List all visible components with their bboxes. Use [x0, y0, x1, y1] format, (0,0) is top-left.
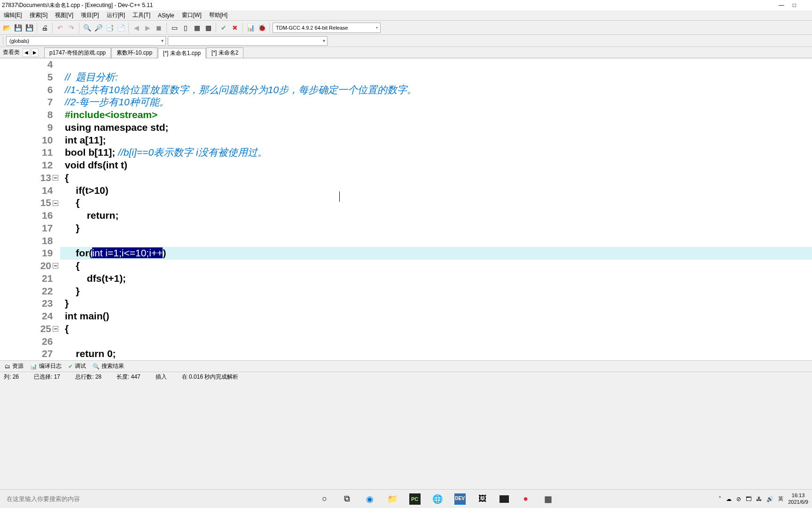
fold-icon[interactable]: − [53, 326, 58, 332]
find-icon[interactable]: 🔍 [82, 23, 92, 32]
tray-clock[interactable]: 16:13 2021/6/9 [788, 492, 808, 505]
undo-icon[interactable]: ↶ [55, 23, 65, 32]
main-toolbar: 📂 💾 💾 🖨 ↶ ↷ 🔍 🔎 📑 📄 ◀ ▶ ◼ ▭ ▯ ▦ ▩ ✔ ✖ 📊 … [0, 21, 812, 35]
menu-edit[interactable]: 编辑[E] [0, 11, 26, 19]
tray-battery-icon[interactable]: 🗔 [746, 496, 751, 502]
taskview-icon[interactable]: ⧉ [342, 493, 353, 505]
line-gutter: 4 5 6 7 8 9 10 11 12 13− 14 15− 16 17 18… [0, 58, 60, 360]
replace-icon[interactable]: 🔎 [94, 23, 103, 32]
tray-volume-icon[interactable]: 🔊 [766, 496, 773, 502]
menu-run[interactable]: 运行[R] [103, 11, 129, 19]
secondary-toolbar: (globals) [0, 35, 812, 47]
code-line: { [60, 260, 812, 272]
status-parse: 在 0.016 秒内完成解析 [182, 373, 239, 381]
title-bar: 27837\Documents\未命名1.cpp - [Executing] -… [0, 0, 812, 10]
cortana-icon[interactable]: ○ [319, 493, 330, 505]
windows-taskbar: ○ ⧉ ◉ 📁 PC 🌐 DEV 🖼 ● ▦ ˄ ☁ ⊘ 🗔 🖧 🔊 英 16:… [0, 489, 812, 508]
stack-icon: 🗂 [5, 363, 10, 370]
code-line: dfs(t+1); [60, 272, 812, 285]
code-line: //1-总共有10给位置放置数字，那么问题就分为10步，每步确定一个位置的数字。 [60, 84, 812, 96]
status-length: 长度: 447 [117, 373, 141, 381]
tab-file-4[interactable]: [*] 未命名2 [206, 48, 243, 58]
code-line: } [60, 222, 812, 235]
btab-debug[interactable]: ✔调试 [65, 361, 89, 371]
fold-icon[interactable]: − [53, 263, 58, 269]
stop-icon[interactable]: ◼ [154, 23, 164, 32]
debug-icon[interactable]: 🐞 [257, 23, 266, 32]
record-icon[interactable]: ● [520, 493, 531, 505]
menu-project[interactable]: 项目[P] [77, 11, 103, 19]
menu-help[interactable]: 帮助[H] [205, 11, 231, 19]
edge-icon[interactable]: ◉ [364, 493, 375, 505]
compiler-select[interactable]: TDM-GCC 4.9.2 64-bit Release [273, 23, 381, 33]
layout4-icon[interactable]: ▩ [203, 23, 213, 32]
fold-icon[interactable]: − [53, 200, 58, 206]
class-view-label[interactable]: 查看类 [0, 48, 23, 56]
app2-icon[interactable]: ▦ [543, 493, 554, 505]
profile-icon[interactable]: 📊 [246, 23, 255, 32]
code-line-current: for(int i=1;i<=10;i++) [60, 247, 812, 260]
bottom-panel-tabs: 🗂资源 📊编译日志 ✔调试 🔍搜索结果 [0, 360, 812, 372]
tab-prev-button[interactable]: ◀ [23, 48, 30, 57]
tray-network-icon[interactable]: 🖧 [756, 496, 762, 502]
tab-file-1[interactable]: p1747-奇怪的游戏.cpp [44, 48, 111, 58]
code-area[interactable]: // 题目分析: //1-总共有10给位置放置数字，那么问题就分为10步，每步确… [60, 58, 812, 360]
tray-up-icon[interactable]: ˄ [718, 496, 721, 502]
taskbar-search-input[interactable] [4, 495, 135, 502]
tray-block-icon[interactable]: ⊘ [736, 496, 741, 502]
title-text: 27837\Documents\未命名1.cpp - [Executing] -… [2, 1, 153, 9]
member-select[interactable] [168, 36, 328, 46]
save-icon[interactable]: 💾 [13, 23, 23, 32]
fold-icon[interactable]: − [53, 175, 58, 181]
code-line: #include<iostream> [60, 109, 812, 121]
tray-onedrive-icon[interactable]: ☁ [726, 496, 732, 502]
tray-ime[interactable]: 英 [778, 495, 783, 502]
pycharm-icon[interactable]: PC [409, 493, 421, 505]
btab-compile-log[interactable]: 📊编译日志 [27, 361, 64, 371]
open-icon[interactable]: 📂 [2, 23, 11, 32]
chrome-icon[interactable]: 🌐 [432, 493, 443, 505]
status-selection: 已选择: 17 [34, 373, 60, 381]
layout3-icon[interactable]: ▦ [192, 23, 202, 32]
back-icon[interactable]: ◀ [132, 23, 141, 32]
menu-search[interactable]: 搜索[S] [26, 11, 52, 19]
fwd-icon[interactable]: ▶ [143, 23, 152, 32]
code-line: int main() [60, 310, 812, 323]
goto-icon[interactable]: 📄 [116, 23, 125, 32]
code-line: int a[11]; [60, 134, 812, 147]
check-icon[interactable]: ✔ [219, 23, 228, 32]
status-bar: 列: 26 已选择: 17 总行数: 28 长度: 447 插入 在 0.016… [0, 372, 812, 382]
chart-icon: 📊 [30, 363, 37, 370]
code-line: bool b[11]; //b[i]==0表示数字 i没有被使用过。 [60, 146, 812, 159]
devcpp-icon[interactable]: DEV [454, 493, 466, 505]
code-line: { [60, 323, 812, 335]
code-line: { [60, 197, 812, 209]
menu-tools[interactable]: 工具[T] [129, 11, 154, 19]
explorer-icon[interactable]: 📁 [387, 493, 398, 505]
tab-file-3[interactable]: [*] 未命名1.cpp [158, 48, 206, 58]
app-icon[interactable]: 🖼 [477, 493, 488, 505]
maximize-button[interactable]: □ [793, 2, 796, 8]
cross-icon[interactable]: ✖ [230, 23, 240, 32]
terminal-icon[interactable] [500, 495, 509, 503]
redo-icon[interactable]: ↷ [67, 23, 76, 32]
layout2-icon[interactable]: ▯ [181, 23, 190, 32]
menu-astyle[interactable]: AStyle [154, 12, 178, 19]
code-line: void dfs(int t) [60, 159, 812, 172]
menu-view[interactable]: 视图[V] [51, 11, 77, 19]
findfiles-icon[interactable]: 📑 [105, 23, 114, 32]
btab-search-results[interactable]: 🔍搜索结果 [90, 361, 127, 371]
print-icon[interactable]: 🖨 [40, 23, 49, 32]
saveall-icon[interactable]: 💾 [24, 23, 34, 32]
tab-next-button[interactable]: ▶ [31, 48, 39, 57]
btab-resources[interactable]: 🗂资源 [2, 361, 26, 371]
minimize-button[interactable]: — [779, 2, 784, 8]
code-line: return; [60, 209, 812, 222]
code-editor[interactable]: 4 5 6 7 8 9 10 11 12 13− 14 15− 16 17 18… [0, 58, 812, 360]
menu-window[interactable]: 窗口[W] [178, 11, 205, 19]
tab-file-2[interactable]: 素数环-10.cpp [111, 48, 157, 58]
layout1-icon[interactable]: ▭ [170, 23, 179, 32]
code-line: if(t>10) [60, 184, 812, 197]
scope-select[interactable]: (globals) [6, 36, 166, 46]
code-line: using namespace std; [60, 121, 812, 134]
